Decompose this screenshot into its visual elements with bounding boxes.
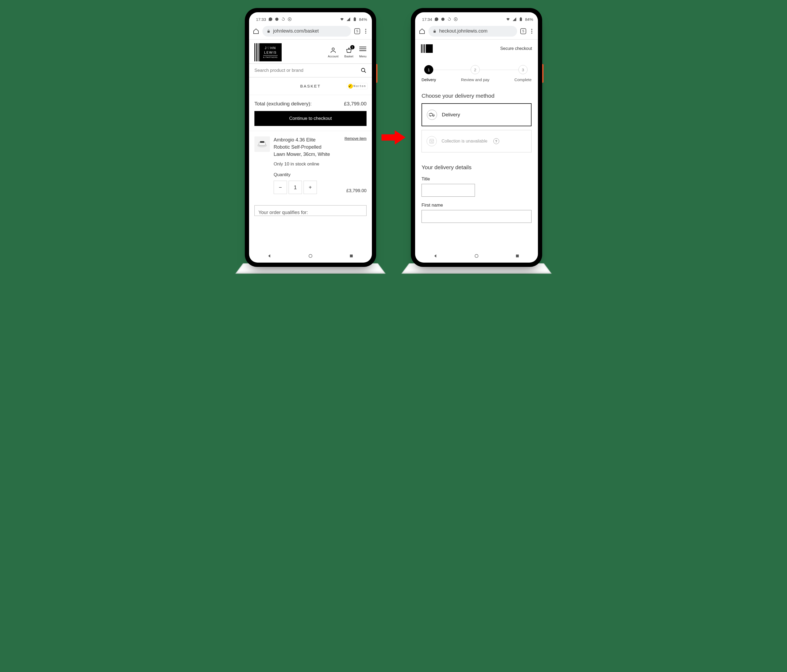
- qty-value: 1: [289, 181, 302, 194]
- logo[interactable]: J♡HN LEWIS & PARTNERS: [254, 43, 282, 62]
- status-time: 17:34: [422, 17, 432, 22]
- total-label: Total (excluding delivery):: [254, 101, 311, 107]
- status-bar: 17:33 84%: [249, 14, 372, 25]
- step-delivery[interactable]: 1 Delivery: [422, 65, 436, 82]
- page-title: BASKET ✓ Norton: [249, 77, 372, 95]
- svg-point-6: [332, 48, 335, 50]
- whatsapp-icon: [435, 17, 439, 21]
- checkout-header: Secure checkout: [415, 39, 538, 58]
- home-icon[interactable]: [419, 28, 425, 35]
- basket-badge: 1: [350, 45, 354, 49]
- svg-point-0: [275, 17, 278, 21]
- checkout-button[interactable]: Continue to checkout: [254, 111, 367, 126]
- choose-method-heading: Choose your delivery method: [415, 85, 538, 103]
- app-icon: [441, 17, 445, 21]
- status-bar: 17:34 84%: [415, 14, 538, 25]
- input-firstname[interactable]: [422, 210, 531, 223]
- menu-button[interactable]: Menu: [359, 47, 367, 58]
- lock-icon: [267, 29, 270, 33]
- total-value: £3,799.00: [344, 101, 367, 107]
- browser-toolbar: heckout.johnlewis.com 5: [415, 25, 538, 39]
- wifi-icon: [506, 17, 510, 21]
- item-name[interactable]: Ambrogio 4.36 Elite Robotic Self-Propell…: [273, 136, 332, 158]
- option-collection: Collection is unavailable ?: [422, 130, 531, 152]
- home-button[interactable]: [308, 254, 313, 258]
- item-price: £3,799.00: [346, 187, 367, 194]
- total-row: Total (excluding delivery): £3,799.00: [249, 95, 372, 111]
- logo-mini[interactable]: [421, 44, 433, 53]
- svg-rect-16: [520, 18, 522, 21]
- svg-rect-4: [354, 17, 355, 18]
- back-button[interactable]: [433, 254, 438, 258]
- option-delivery[interactable]: Delivery: [422, 103, 531, 126]
- url-text: johnlewis.com/basket: [273, 28, 319, 34]
- android-navbar: [415, 249, 538, 263]
- logo-line-2: LEWIS: [264, 50, 277, 55]
- recents-button[interactable]: [515, 254, 520, 258]
- app-icon: [275, 17, 279, 21]
- svg-point-21: [433, 115, 434, 117]
- url-text: heckout.johnlewis.com: [439, 28, 487, 34]
- sync-icon: [447, 17, 452, 21]
- svg-rect-10: [260, 141, 264, 143]
- search-icon: [361, 68, 367, 73]
- phone-frame-left: 17:33 84% johnlewis.com/ba: [245, 8, 376, 267]
- account-button[interactable]: Account: [328, 47, 338, 58]
- svg-rect-19: [429, 114, 433, 115]
- svg-point-15: [455, 19, 456, 20]
- tab-count-button[interactable]: 5: [354, 28, 360, 34]
- svg-rect-23: [431, 142, 433, 143]
- basket-button[interactable]: 1 Basket: [345, 47, 354, 58]
- qty-plus-button[interactable]: +: [303, 181, 317, 194]
- site-header: J♡HN LEWIS & PARTNERS Account: [249, 39, 372, 64]
- browser-toolbar: johnlewis.com/basket 5: [249, 25, 372, 39]
- svg-rect-22: [430, 140, 434, 143]
- address-bar[interactable]: johnlewis.com/basket: [262, 26, 351, 36]
- svg-rect-12: [350, 255, 353, 257]
- svg-rect-5: [267, 31, 270, 32]
- status-time: 17:33: [256, 17, 266, 22]
- remove-item-link[interactable]: Remove item: [345, 136, 367, 140]
- browser-menu-button[interactable]: [529, 29, 534, 34]
- home-icon[interactable]: [253, 28, 259, 35]
- step-review: 2 Review and pay: [461, 65, 490, 82]
- address-bar[interactable]: heckout.johnlewis.com: [428, 26, 517, 36]
- battery-icon: [352, 17, 357, 21]
- battery-percent: 84%: [525, 17, 533, 22]
- tab-count-button[interactable]: 5: [520, 28, 526, 34]
- recents-button[interactable]: [349, 254, 354, 258]
- store-icon: [427, 136, 437, 146]
- logo-line-3: & PARTNERS: [263, 55, 278, 59]
- browser-menu-button[interactable]: [363, 29, 368, 34]
- help-icon[interactable]: ?: [493, 138, 499, 144]
- svg-rect-17: [520, 17, 522, 18]
- phone-frame-right: 17:34 84% heckout.johnlewis.com: [411, 8, 542, 267]
- step-complete: 3 Complete: [514, 65, 531, 82]
- android-navbar: [249, 249, 372, 263]
- svg-rect-3: [354, 18, 356, 21]
- chrome-icon: [454, 17, 458, 21]
- back-button[interactable]: [267, 254, 272, 258]
- quantity-label: Quantity: [273, 171, 367, 178]
- signal-icon: [512, 17, 517, 21]
- svg-point-13: [441, 17, 444, 21]
- arrow-icon: [381, 128, 406, 147]
- lock-icon: [433, 29, 436, 33]
- progress-steps: 1 Delivery 2 Review and pay 3 Complete: [415, 58, 538, 85]
- stock-text: Only 10 in stock online: [273, 161, 367, 167]
- search-input[interactable]: Search product or brand: [249, 64, 372, 77]
- delivery-details-heading: Your delivery details: [415, 156, 538, 175]
- item-thumbnail[interactable]: [254, 136, 270, 152]
- search-placeholder: Search product or brand: [254, 68, 303, 73]
- svg-rect-18: [433, 31, 436, 32]
- battery-percent: 84%: [359, 17, 367, 22]
- input-title[interactable]: [422, 184, 475, 197]
- home-button[interactable]: [474, 254, 479, 258]
- svg-point-24: [475, 254, 478, 257]
- sync-icon: [281, 17, 285, 21]
- qty-minus-button[interactable]: −: [273, 181, 287, 194]
- svg-point-20: [430, 115, 431, 117]
- cart-item: Ambrogio 4.36 Elite Robotic Self-Propell…: [249, 131, 372, 199]
- norton-badge: ✓ Norton: [347, 83, 368, 89]
- signal-icon: [346, 17, 351, 21]
